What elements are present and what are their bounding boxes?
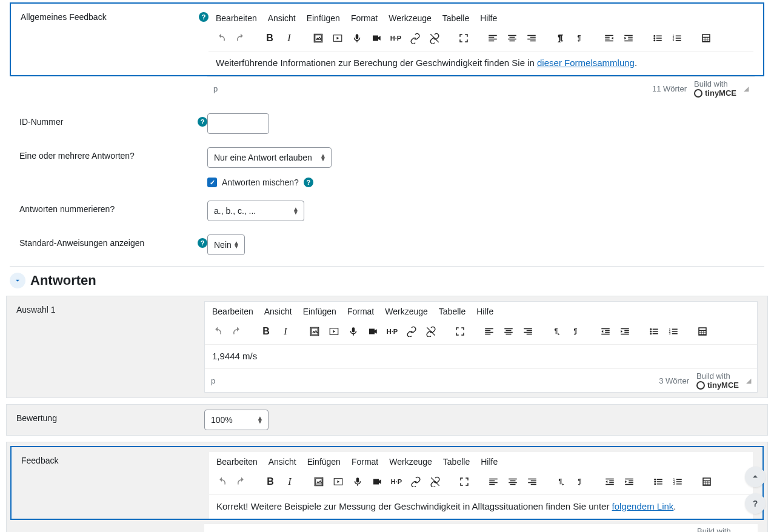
menu-view[interactable]: Ansicht (268, 13, 296, 23)
number-list-icon[interactable]: 123 (666, 324, 681, 339)
link-icon[interactable] (404, 324, 419, 339)
outdent-icon[interactable] (601, 30, 617, 46)
tinymce-logo[interactable]: tinyMCE (694, 88, 736, 98)
resize-handle-icon[interactable]: ◢ (746, 377, 751, 385)
ltr-icon[interactable]: ¶ (553, 30, 569, 46)
align-right-icon[interactable] (524, 30, 539, 46)
rtl-icon[interactable]: ¶ (569, 324, 584, 339)
content-link[interactable]: dieser Formelsammlung (537, 58, 635, 68)
indent-icon[interactable] (621, 474, 637, 490)
menu-format[interactable]: Format (352, 457, 378, 467)
indent-icon[interactable] (617, 324, 633, 339)
rtl-icon[interactable]: ¶ (572, 30, 588, 46)
editor-path[interactable]: p (211, 376, 215, 385)
single-multi-select[interactable]: Nur eine Antwort erlauben ▲▼ (207, 147, 332, 168)
redo-icon[interactable] (229, 324, 245, 339)
menu-edit[interactable]: Bearbeiten (216, 457, 258, 467)
menu-insert[interactable]: Einfügen (307, 457, 341, 467)
media-icon[interactable] (330, 474, 346, 490)
bullet-list-icon[interactable] (646, 324, 662, 339)
grade-select[interactable]: 100% ▲▼ (204, 410, 269, 430)
ltr-icon[interactable]: ¶ (549, 324, 565, 339)
mic-icon[interactable] (350, 474, 365, 490)
align-left-icon[interactable] (485, 474, 501, 490)
choice1-editor[interactable]: 1,9444 m/s (205, 344, 757, 368)
menu-table[interactable]: Tabelle (443, 457, 470, 467)
italic-icon[interactable]: I (278, 324, 293, 339)
image-icon[interactable] (310, 30, 326, 46)
choice1-feedback-editor[interactable]: Korrekt! Weitere Beispiele zur Messung d… (209, 494, 753, 519)
shuffle-checkbox[interactable]: ✓ (207, 178, 217, 187)
h5p-icon[interactable]: H·P (384, 324, 400, 339)
menu-view[interactable]: Ansicht (264, 307, 292, 316)
align-center-icon[interactable] (501, 324, 516, 339)
media-icon[interactable] (330, 30, 345, 46)
link-icon[interactable] (407, 30, 423, 46)
undo-icon[interactable] (214, 474, 230, 490)
menu-tools[interactable]: Werkzeuge (389, 13, 432, 23)
outdent-icon[interactable] (602, 474, 618, 490)
menu-format[interactable]: Format (351, 13, 378, 23)
mic-icon[interactable] (345, 324, 361, 339)
help-icon[interactable]: ? (198, 117, 207, 127)
bold-icon[interactable]: B (262, 474, 278, 490)
align-right-icon[interactable] (524, 474, 540, 490)
menu-help[interactable]: Hilfe (481, 457, 498, 467)
image-icon[interactable] (307, 324, 322, 339)
image-icon[interactable] (311, 474, 327, 490)
menu-edit[interactable]: Bearbeiten (216, 13, 257, 23)
numbering-select[interactable]: a., b., c., ... ▲▼ (207, 201, 304, 221)
content-link[interactable]: folgendem Link (612, 501, 674, 511)
equation-icon[interactable] (699, 474, 715, 490)
menu-tools[interactable]: Werkzeuge (385, 307, 428, 316)
menu-tools[interactable]: Werkzeuge (389, 457, 432, 467)
undo-icon[interactable] (213, 30, 229, 46)
unlink-icon[interactable] (423, 324, 439, 339)
video-icon[interactable] (369, 474, 385, 490)
redo-icon[interactable] (233, 30, 249, 46)
menu-table[interactable]: Tabelle (442, 13, 469, 23)
italic-icon[interactable]: I (281, 30, 297, 46)
bold-icon[interactable]: B (258, 324, 274, 339)
h5p-icon[interactable]: H·P (388, 30, 404, 46)
help-icon[interactable]: ? (199, 12, 209, 22)
equation-icon[interactable] (695, 324, 710, 339)
italic-icon[interactable]: I (282, 474, 298, 490)
rtl-icon[interactable]: ¶ (573, 474, 589, 490)
fullscreen-icon[interactable] (456, 30, 472, 46)
tinymce-logo[interactable]: tinyMCE (696, 381, 739, 390)
align-left-icon[interactable] (485, 30, 501, 46)
align-left-icon[interactable] (481, 324, 497, 339)
outdent-icon[interactable] (598, 324, 613, 339)
unlink-icon[interactable] (427, 474, 443, 490)
bold-icon[interactable]: B (262, 30, 278, 46)
align-center-icon[interactable] (504, 30, 520, 46)
show-instructions-select[interactable]: Nein ▲▼ (207, 234, 245, 255)
help-button[interactable]: ? (745, 493, 766, 514)
indent-icon[interactable] (621, 30, 636, 46)
fullscreen-icon[interactable] (452, 324, 468, 339)
menu-help[interactable]: Hilfe (476, 307, 493, 316)
menu-format[interactable]: Format (347, 307, 374, 316)
bullet-list-icon[interactable] (650, 30, 666, 46)
bullet-list-icon[interactable] (650, 474, 666, 490)
unlink-icon[interactable] (427, 30, 442, 46)
resize-handle-icon[interactable]: ◢ (744, 85, 749, 93)
ltr-icon[interactable]: ¶ (553, 474, 569, 490)
menu-view[interactable]: Ansicht (269, 457, 296, 467)
number-list-icon[interactable]: 123 (669, 30, 685, 46)
general-feedback-editor[interactable]: Weiterführende Informationen zur Berechu… (209, 51, 753, 75)
menu-insert[interactable]: Einfügen (303, 307, 336, 316)
help-icon[interactable]: ? (304, 178, 313, 187)
editor-path[interactable]: p (213, 84, 218, 93)
menu-edit[interactable]: Bearbeiten (212, 307, 253, 316)
number-list-icon[interactable]: 123 (670, 474, 686, 490)
align-center-icon[interactable] (505, 474, 521, 490)
link-icon[interactable] (408, 474, 424, 490)
mic-icon[interactable] (349, 30, 365, 46)
undo-icon[interactable] (210, 324, 225, 339)
media-icon[interactable] (326, 324, 342, 339)
fullscreen-icon[interactable] (456, 474, 472, 490)
collapse-toggle[interactable] (10, 273, 25, 288)
help-icon[interactable]: ? (198, 238, 207, 248)
